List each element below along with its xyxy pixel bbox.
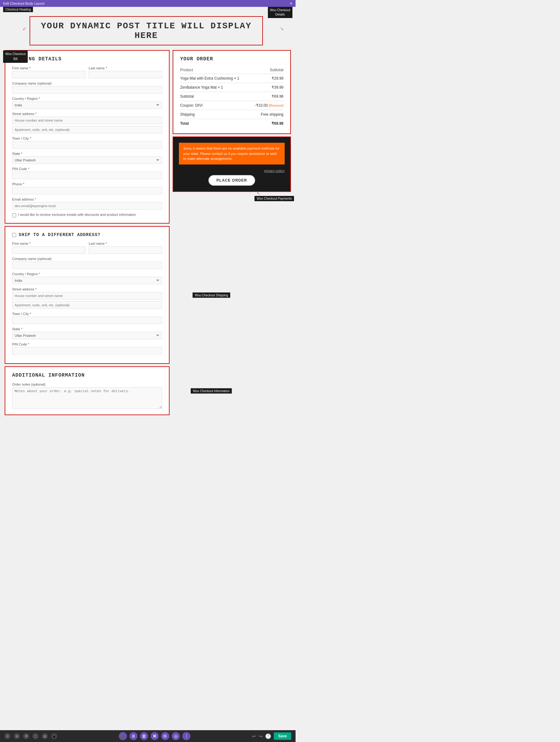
coupon-remove-link[interactable]: [Remove] [269, 104, 284, 107]
left-column: BILLING DETAILS First name * Last name *… [5, 50, 169, 415]
billing-phone-label: Phone * [12, 182, 162, 186]
product-column-header: Product [180, 66, 250, 74]
billing-city-input[interactable] [12, 141, 162, 149]
bill-arrow: → [22, 55, 28, 62]
right-column: YOUR ORDER Product Subtotal Yoga Mat wit… [173, 50, 291, 415]
billing-lastname-input[interactable] [89, 71, 162, 78]
shipping-street-group: Street address * [12, 287, 162, 300]
dynamic-post-title: YOUR DYNAMIC POST TITLE WILL DISPLAY HER… [36, 21, 256, 41]
woo-checkout-payments-badge: Woo Checkout Payments [254, 196, 294, 201]
billing-street2-input[interactable] [12, 126, 162, 134]
billing-country-select[interactable]: India [12, 101, 162, 109]
order-item-name-2: ZenBalance Yoga Mat × 1 [180, 83, 250, 92]
payment-section-wrapper: Woo Checkout Payments ↑ Sorry, it seems … [173, 137, 291, 192]
billing-email-input[interactable] [12, 202, 162, 210]
billing-state-label: State * [12, 152, 162, 156]
shipping-street-input[interactable] [12, 292, 162, 300]
billing-email-label: Email address * [12, 198, 162, 201]
billing-phone-group: Phone * [12, 182, 162, 194]
checkout-heading-badge: Checkout Heading [3, 7, 33, 12]
order-notes-group: Order notes (optional) [12, 382, 162, 409]
privacy-policy-link[interactable]: privacy policy [179, 169, 285, 173]
shipping-street2-input[interactable] [12, 301, 162, 309]
coupon-row: Coupon: DIVI -₹10.00 [Remove] [180, 101, 284, 110]
shipping-value: Free shipping [250, 110, 284, 119]
payment-section: Sorry, it seems that there are no availa… [173, 137, 291, 192]
arrow-details-to-banner: → [277, 24, 286, 33]
woo-checkout-shipping-badge: Woo Checkout Shipping [193, 292, 230, 298]
additional-info-title: ADDITIONAL INFORMATION [12, 373, 162, 378]
top-bar-title: Edit Checkout Body Layout [3, 2, 45, 5]
woo-checkout-details-badge: Woo Checkout Details [268, 7, 293, 18]
order-title: YOUR ORDER [180, 56, 284, 62]
close-icon[interactable]: ✕ [290, 2, 293, 6]
payment-error-message: Sorry, it seems that there are no availa… [179, 143, 285, 164]
title-banner: YOUR DYNAMIC POST TITLE WILL DISPLAY HER… [30, 16, 263, 45]
shipping-pincode-label: PIN Code * [12, 342, 162, 346]
billing-company-group: Company name (optional) [12, 82, 162, 94]
arrow-bill-to-banner: → [20, 24, 29, 33]
shipping-company-input[interactable] [12, 262, 162, 269]
order-item-row-1: Yoga Mat with Extra Cushioning × 1 ₹29.9… [180, 74, 284, 83]
shipping-city-label: Town / City * [12, 312, 162, 316]
shipping-pincode-input[interactable] [12, 347, 162, 355]
order-item-name-1: Yoga Mat with Extra Cushioning × 1 [180, 74, 250, 83]
order-notes-textarea[interactable] [12, 387, 162, 409]
shipping-arrow: ← [200, 292, 205, 298]
billing-firstname-label: First name * [12, 66, 86, 70]
ship-to-different-checkbox[interactable] [12, 233, 16, 237]
shipping-state-select[interactable]: Uttar Pradesh [12, 332, 162, 339]
billing-state-group: State * Uttar Pradesh [12, 152, 162, 164]
billing-state-select[interactable]: Uttar Pradesh [12, 156, 162, 164]
billing-city-label: Town / City * [12, 137, 162, 140]
billing-city-group: Town / City * [12, 137, 162, 149]
order-notes-label: Order notes (optional) [12, 382, 162, 386]
billing-company-label: Company name (optional) [12, 82, 162, 85]
shipping-street2-group [12, 301, 162, 309]
woo-checkout-information-badge: Woo Checkout Information [191, 388, 232, 393]
shipping-name-row: First name * Last name * [12, 242, 162, 254]
billing-pincode-label: PIN Code * [12, 167, 162, 171]
billing-country-label: Country / Region * [12, 97, 162, 100]
top-bar: Edit Checkout Body Layout ✕ [0, 0, 296, 7]
billing-street-label: Street address * [12, 112, 162, 116]
shipping-state-label: State * [12, 327, 162, 331]
shipping-pincode-group: PIN Code * [12, 342, 162, 355]
coupon-value: -₹10.00 [Remove] [250, 101, 284, 110]
order-item-price-2: ₹39.99 [250, 83, 284, 92]
billing-lastname-group: Last name * [89, 66, 162, 78]
billing-email-group: Email address * [12, 198, 162, 210]
billing-street-input[interactable] [12, 117, 162, 124]
place-order-button[interactable]: PLACE ORDER [208, 175, 255, 186]
shipping-city-input[interactable] [12, 317, 162, 324]
shipping-section-wrapper: Woo Checkout Shipping ← SHIP TO A DIFFER… [5, 226, 169, 364]
shipping-label: Shipping [180, 110, 250, 119]
shipping-state-group: State * Uttar Pradesh [12, 327, 162, 339]
shipping-country-select[interactable]: India [12, 277, 162, 284]
billing-newsletter-checkbox[interactable] [12, 213, 16, 217]
billing-street-group: Street address * [12, 112, 162, 124]
shipping-firstname-label: First name * [12, 242, 86, 245]
shipping-city-group: Town / City * [12, 312, 162, 324]
order-table: Product Subtotal Yoga Mat with Extra Cus… [180, 66, 284, 128]
shipping-street-label: Street address * [12, 287, 162, 291]
ship-to-different-title: SHIP TO A DIFFERENT ADDRESS? [12, 232, 162, 237]
subtotal-label: Subtotal [180, 92, 250, 101]
billing-pincode-input[interactable] [12, 172, 162, 179]
billing-company-input[interactable] [12, 86, 162, 94]
billing-newsletter-label: I would like to receive exclusive emails… [18, 213, 136, 216]
total-label: Total [180, 119, 250, 128]
billing-phone-input[interactable] [12, 187, 162, 194]
subtotal-row: Subtotal ₹69.98 [180, 92, 284, 101]
shipping-country-group: Country / Region * India [12, 272, 162, 284]
shipping-company-label: Company name (optional) [12, 257, 162, 261]
shipping-firstname-input[interactable] [12, 246, 86, 254]
shipping-country-label: Country / Region * [12, 272, 162, 276]
order-section: YOUR ORDER Product Subtotal Yoga Mat wit… [173, 50, 291, 134]
billing-firstname-input[interactable] [12, 71, 86, 78]
billing-street2-group [12, 126, 162, 134]
billing-newsletter-row: I would like to receive exclusive emails… [12, 213, 162, 217]
shipping-lastname-input[interactable] [89, 246, 162, 254]
shipping-company-group: Company name (optional) [12, 257, 162, 269]
billing-pincode-group: PIN Code * [12, 167, 162, 179]
